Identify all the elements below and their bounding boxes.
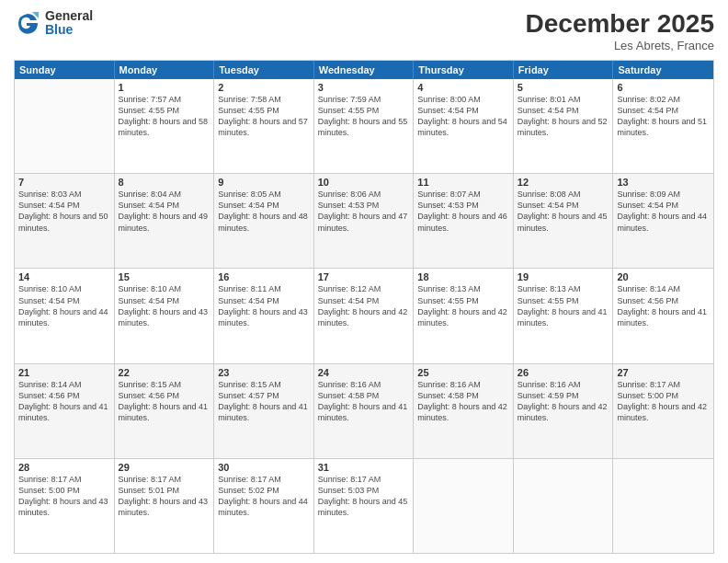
day-info: Sunrise: 8:05 AM Sunset: 4:54 PM Dayligh… [218, 189, 310, 234]
day-number: 11 [417, 177, 509, 188]
day-number: 18 [417, 271, 509, 282]
day-number: 6 [617, 82, 710, 93]
calendar-cell [613, 459, 713, 553]
day-number: 9 [218, 177, 310, 188]
calendar-cell: 30Sunrise: 8:17 AM Sunset: 5:02 PM Dayli… [214, 459, 314, 553]
weekday-header: Saturday [613, 61, 713, 79]
day-info: Sunrise: 8:17 AM Sunset: 5:01 PM Dayligh… [119, 474, 210, 519]
logo-text: General Blue [45, 9, 93, 38]
calendar-row: 28Sunrise: 8:17 AM Sunset: 5:00 PM Dayli… [15, 458, 713, 553]
calendar-row: 1Sunrise: 7:57 AM Sunset: 4:55 PM Daylig… [15, 79, 713, 173]
weekday-header: Thursday [414, 61, 514, 79]
calendar-cell: 24Sunrise: 8:16 AM Sunset: 4:58 PM Dayli… [314, 364, 415, 458]
calendar-cell: 4Sunrise: 8:00 AM Sunset: 4:54 PM Daylig… [414, 79, 514, 173]
day-info: Sunrise: 8:16 AM Sunset: 4:58 PM Dayligh… [318, 379, 410, 424]
day-info: Sunrise: 8:13 AM Sunset: 4:55 PM Dayligh… [518, 283, 609, 328]
calendar-cell: 31Sunrise: 8:17 AM Sunset: 5:03 PM Dayli… [314, 459, 415, 553]
calendar-row: 21Sunrise: 8:14 AM Sunset: 4:56 PM Dayli… [15, 363, 713, 458]
day-number: 24 [318, 367, 410, 378]
page: General Blue December 2025 Les Abrets, F… [0, 0, 728, 563]
day-info: Sunrise: 7:59 AM Sunset: 4:55 PM Dayligh… [318, 94, 410, 139]
logo: General Blue [14, 9, 93, 38]
day-number: 22 [119, 367, 210, 378]
month-title: December 2025 [526, 9, 714, 39]
weekday-header: Wednesday [314, 61, 415, 79]
day-info: Sunrise: 8:03 AM Sunset: 4:54 PM Dayligh… [18, 189, 110, 234]
calendar-cell: 8Sunrise: 8:04 AM Sunset: 4:54 PM Daylig… [115, 174, 215, 268]
day-info: Sunrise: 7:57 AM Sunset: 4:55 PM Dayligh… [119, 94, 210, 139]
day-info: Sunrise: 8:17 AM Sunset: 5:02 PM Dayligh… [218, 474, 310, 519]
day-info: Sunrise: 8:13 AM Sunset: 4:55 PM Dayligh… [417, 283, 509, 328]
day-info: Sunrise: 8:11 AM Sunset: 4:54 PM Dayligh… [218, 283, 310, 328]
weekday-header: Monday [115, 61, 215, 79]
day-info: Sunrise: 8:10 AM Sunset: 4:54 PM Dayligh… [18, 283, 110, 328]
day-number: 1 [119, 82, 210, 93]
day-info: Sunrise: 8:14 AM Sunset: 4:56 PM Dayligh… [18, 379, 110, 424]
calendar-cell: 5Sunrise: 8:01 AM Sunset: 4:54 PM Daylig… [514, 79, 614, 173]
weekday-header: Tuesday [214, 61, 314, 79]
calendar-cell: 17Sunrise: 8:12 AM Sunset: 4:54 PM Dayli… [314, 269, 415, 362]
day-number: 15 [119, 271, 210, 282]
day-number: 5 [518, 82, 609, 93]
header: General Blue December 2025 Les Abrets, F… [14, 9, 714, 52]
calendar-row: 7Sunrise: 8:03 AM Sunset: 4:54 PM Daylig… [15, 173, 713, 268]
day-number: 13 [617, 177, 710, 188]
day-info: Sunrise: 8:15 AM Sunset: 4:56 PM Dayligh… [119, 379, 210, 424]
calendar-cell: 3Sunrise: 7:59 AM Sunset: 4:55 PM Daylig… [314, 79, 415, 173]
day-number: 12 [518, 177, 609, 188]
day-info: Sunrise: 8:16 AM Sunset: 4:59 PM Dayligh… [518, 379, 609, 424]
day-number: 31 [318, 462, 410, 473]
day-info: Sunrise: 8:17 AM Sunset: 5:03 PM Dayligh… [318, 474, 410, 519]
calendar-cell: 14Sunrise: 8:10 AM Sunset: 4:54 PM Dayli… [15, 269, 115, 362]
day-number: 25 [417, 367, 509, 378]
calendar-cell: 27Sunrise: 8:17 AM Sunset: 5:00 PM Dayli… [613, 364, 713, 458]
logo-icon [14, 9, 41, 37]
calendar-cell [15, 79, 115, 173]
day-number: 21 [18, 367, 110, 378]
calendar-cell: 1Sunrise: 7:57 AM Sunset: 4:55 PM Daylig… [115, 79, 215, 173]
day-number: 4 [417, 82, 509, 93]
calendar-row: 14Sunrise: 8:10 AM Sunset: 4:54 PM Dayli… [15, 268, 713, 362]
day-number: 7 [18, 177, 110, 188]
calendar-cell: 29Sunrise: 8:17 AM Sunset: 5:01 PM Dayli… [115, 459, 215, 553]
day-info: Sunrise: 8:15 AM Sunset: 4:57 PM Dayligh… [218, 379, 310, 424]
calendar-cell: 20Sunrise: 8:14 AM Sunset: 4:56 PM Dayli… [613, 269, 713, 362]
logo-general-text: General [45, 9, 93, 23]
calendar-cell: 13Sunrise: 8:09 AM Sunset: 4:54 PM Dayli… [613, 174, 713, 268]
day-number: 20 [617, 271, 710, 282]
calendar-cell: 19Sunrise: 8:13 AM Sunset: 4:55 PM Dayli… [514, 269, 614, 362]
calendar-cell: 6Sunrise: 8:02 AM Sunset: 4:54 PM Daylig… [613, 79, 713, 173]
calendar-header: SundayMondayTuesdayWednesdayThursdayFrid… [15, 61, 713, 79]
day-number: 8 [119, 177, 210, 188]
day-info: Sunrise: 8:02 AM Sunset: 4:54 PM Dayligh… [617, 94, 710, 139]
day-number: 19 [518, 271, 609, 282]
day-number: 30 [218, 462, 310, 473]
calendar-cell: 23Sunrise: 8:15 AM Sunset: 4:57 PM Dayli… [214, 364, 314, 458]
day-number: 10 [318, 177, 410, 188]
calendar: SundayMondayTuesdayWednesdayThursdayFrid… [14, 60, 714, 554]
calendar-cell: 26Sunrise: 8:16 AM Sunset: 4:59 PM Dayli… [514, 364, 614, 458]
day-info: Sunrise: 8:17 AM Sunset: 5:00 PM Dayligh… [18, 474, 110, 519]
day-info: Sunrise: 8:14 AM Sunset: 4:56 PM Dayligh… [617, 283, 710, 328]
calendar-cell: 16Sunrise: 8:11 AM Sunset: 4:54 PM Dayli… [214, 269, 314, 362]
day-info: Sunrise: 8:16 AM Sunset: 4:58 PM Dayligh… [417, 379, 509, 424]
calendar-cell: 7Sunrise: 8:03 AM Sunset: 4:54 PM Daylig… [15, 174, 115, 268]
day-info: Sunrise: 8:07 AM Sunset: 4:53 PM Dayligh… [417, 189, 509, 234]
day-number: 17 [318, 271, 410, 282]
day-info: Sunrise: 8:04 AM Sunset: 4:54 PM Dayligh… [119, 189, 210, 234]
day-info: Sunrise: 8:10 AM Sunset: 4:54 PM Dayligh… [119, 283, 210, 328]
day-number: 3 [318, 82, 410, 93]
day-number: 29 [119, 462, 210, 473]
calendar-cell: 21Sunrise: 8:14 AM Sunset: 4:56 PM Dayli… [15, 364, 115, 458]
day-info: Sunrise: 7:58 AM Sunset: 4:55 PM Dayligh… [218, 94, 310, 139]
calendar-cell: 11Sunrise: 8:07 AM Sunset: 4:53 PM Dayli… [414, 174, 514, 268]
day-number: 23 [218, 367, 310, 378]
calendar-cell: 10Sunrise: 8:06 AM Sunset: 4:53 PM Dayli… [314, 174, 415, 268]
day-info: Sunrise: 8:08 AM Sunset: 4:54 PM Dayligh… [518, 189, 609, 234]
day-info: Sunrise: 8:17 AM Sunset: 5:00 PM Dayligh… [617, 379, 710, 424]
day-info: Sunrise: 8:01 AM Sunset: 4:54 PM Dayligh… [518, 94, 609, 139]
logo-blue-text: Blue [45, 23, 93, 37]
day-number: 26 [518, 367, 609, 378]
day-number: 2 [218, 82, 310, 93]
day-info: Sunrise: 8:06 AM Sunset: 4:53 PM Dayligh… [318, 189, 410, 234]
